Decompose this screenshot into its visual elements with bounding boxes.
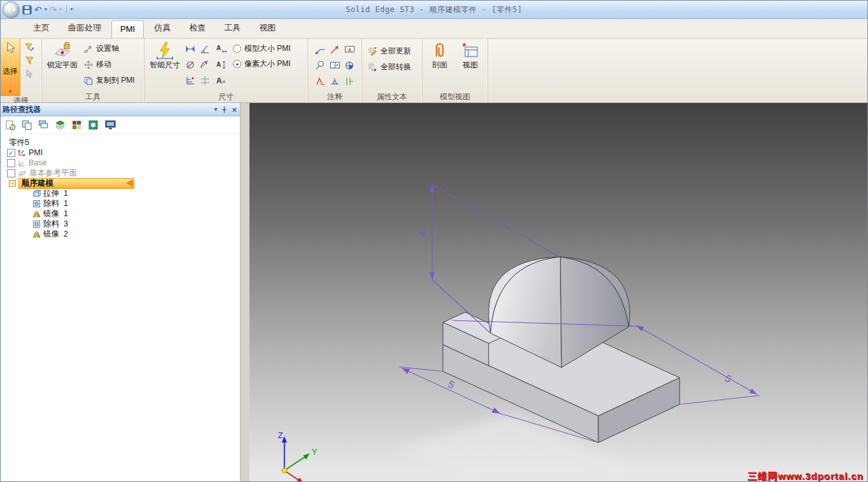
copy-to-pmi-button[interactable]: 复制到 PMI [81,72,137,88]
select-filter-button[interactable] [23,54,36,67]
coordinate-dimension-button[interactable] [183,74,197,87]
copy-to-pmi-label: 复制到 PMI [96,75,135,86]
pmi-pixel-size-radio[interactable]: ● 像素大小 PMI [233,56,291,71]
undo-dropdown[interactable]: ▾ [45,7,47,12]
text-frame-button[interactable]: A [343,43,356,56]
panel-menu-button[interactable]: ▾ [214,106,217,113]
copy-view-button[interactable] [22,120,32,130]
text-size-button[interactable]: A A [214,72,228,88]
view-button[interactable]: 视图 [456,41,485,71]
move-button[interactable]: 移动 [81,57,137,72]
tab-home[interactable]: 主页 [25,19,58,38]
annotation-arrow-button[interactable] [328,43,342,56]
text-scale-vertical-button[interactable]: A [214,57,228,72]
customize-quick-access-button[interactable]: ▾ [71,7,73,12]
tree-expander-icon[interactable]: - [9,180,16,187]
close-panel-button[interactable]: × [232,106,237,114]
redo-dropdown[interactable]: ▾ [59,7,62,12]
layers-icon [55,120,66,130]
tree-feature-extrude[interactable]: 拉伸 1 [1,188,240,198]
symmetric-dimension-icon [200,76,210,86]
color-palette-icon [71,120,82,130]
ribbon-group-property-text: 全部更新 全部转换 属性文本 [362,39,423,102]
leader-button[interactable] [314,43,327,56]
datum-frame-button[interactable] [328,59,342,72]
document-refresh-button[interactable] [5,120,16,130]
dimension-value[interactable]: 5 [447,378,456,390]
render-setup-button[interactable] [88,120,99,130]
ordered-modeling-highlight[interactable]: 顺序建模 [18,178,134,189]
select-button[interactable]: 选择 ▾ [1,39,20,96]
tree-feature-mirror-1[interactable]: 镜像 1 [1,209,240,219]
distance-between-button[interactable] [183,42,197,55]
dimension-value[interactable]: 4 [416,230,428,238]
pathfinder-title: 路径查找器 [3,104,41,115]
diameter-dimension-button[interactable] [183,58,197,71]
dimension-value[interactable]: 5 [723,373,733,385]
weld-symbol-button[interactable] [328,74,342,88]
checkbox-unchecked[interactable] [7,169,15,177]
pin-panel-button[interactable] [221,106,227,113]
select-filter-edit-button[interactable] [23,41,36,54]
y-axis-label: Y [312,447,318,457]
redo-button[interactable]: ↷ [50,5,57,14]
save-button[interactable] [22,5,32,15]
tree-item-base[interactable]: Base [1,158,240,168]
svg-text:A: A [216,61,221,68]
select-button-label: 选择 [3,66,18,77]
display-config-button[interactable] [104,120,116,130]
tab-surfacing[interactable]: 曲面处理 [60,19,109,38]
pmi-model-size-radio[interactable]: 模型大小 PMI [233,41,291,56]
text-width-icon: A [216,44,227,54]
section-button[interactable]: 剖面 [425,41,454,71]
convert-all-button[interactable]: 全部转换 [365,59,414,75]
smart-dimension-button[interactable]: 智能尺寸 [147,41,183,71]
tab-view[interactable]: 视图 [251,19,284,38]
tree-root-part[interactable]: 零件5 [1,137,240,148]
feature-label: 除料 1 [43,198,68,209]
symmetric-dimension-button[interactable] [198,74,211,87]
color-table-button[interactable] [71,120,82,130]
undo-button[interactable]: ↶ [34,5,42,14]
tree-feature-cutout-3[interactable]: 除料 3 [1,219,240,229]
graphics-viewport[interactable]: 4 5 [249,103,867,482]
edge-condition-button[interactable] [343,74,356,88]
update-all-button[interactable]: 全部更新 [365,43,414,59]
set-axis-button[interactable]: 设置轴 [81,41,137,57]
datum-target-icon [344,60,354,71]
tab-pmi[interactable]: PMI [111,20,144,38]
lock-plane-button[interactable]: 锁定平面 [45,41,80,71]
layers-button[interactable] [55,120,66,130]
checkbox-checked[interactable]: ✓ [7,149,15,157]
group-caption-model-view: 模型视图 [423,92,487,102]
checkbox-unchecked[interactable] [7,159,15,167]
application-button[interactable] [3,1,20,18]
text-scale-horizontal-button[interactable]: A [214,41,228,57]
chevron-down-icon: ▾ [59,7,62,12]
datum-target-button[interactable] [343,59,356,72]
tree-item-synchronous-group[interactable]: - 顺序建模 [1,178,240,188]
pathfinder-panel: 路径查找器 ▾ × [1,103,241,482]
tree-feature-cutout-1[interactable]: 除料 1 [1,198,240,209]
cutout-feature-icon [32,220,41,228]
chevron-down-icon: ▾ [45,7,47,12]
convert-all-label: 全部转换 [381,62,411,72]
select-options-button[interactable] [23,67,36,81]
radius-dimension-button[interactable] [198,58,211,71]
angle-between-button[interactable] [198,42,211,55]
part-name-label: 零件5 [9,137,29,148]
tab-inspect[interactable]: 检查 [181,19,214,38]
surface-texture-button[interactable] [314,74,327,88]
tree-feature-mirror-2[interactable]: 镜像 2 [1,229,240,239]
convert-all-icon [367,62,377,72]
annotation-icon-grid: A [313,41,357,89]
title-bar: ↶ ▾ ↷ ▾ ▾ Solid Edge ST3 - 顺序建模零件 - [零件5… [1,1,867,19]
balloon-button[interactable] [314,59,327,72]
tree-item-reference-planes[interactable]: 基本参考平面 [1,168,240,178]
cascade-windows-button[interactable] [38,120,49,130]
tab-simulation[interactable]: 仿真 [146,19,179,38]
text-frame-icon: A [344,45,355,54]
tree-item-pmi[interactable]: ✓ PMI [1,148,240,158]
panel-splitter[interactable] [241,103,249,482]
tab-tools[interactable]: 工具 [216,19,249,38]
